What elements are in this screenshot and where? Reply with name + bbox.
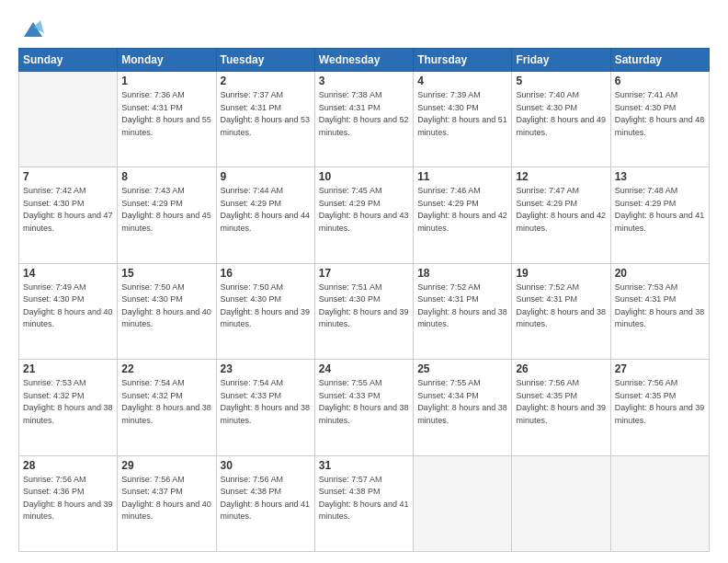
day-info: Sunrise: 7:56 AMSunset: 4:38 PMDaylight:… (221, 474, 311, 523)
calendar-cell: 28Sunrise: 7:56 AMSunset: 4:36 PMDayligh… (19, 455, 118, 551)
calendar-cell: 30Sunrise: 7:56 AMSunset: 4:38 PMDayligh… (216, 455, 314, 551)
day-info: Sunrise: 7:42 AMSunset: 4:30 PMDaylight:… (23, 185, 113, 235)
day-number: 1 (121, 75, 211, 87)
calendar-cell: 10Sunrise: 7:45 AMSunset: 4:29 PMDayligh… (314, 167, 413, 263)
day-info: Sunrise: 7:56 AMSunset: 4:37 PMDaylight:… (121, 474, 211, 523)
day-number: 19 (516, 267, 606, 280)
day-info: Sunrise: 7:54 AMSunset: 4:33 PMDaylight:… (221, 377, 311, 427)
col-header-tuesday: Tuesday (216, 49, 314, 72)
day-info: Sunrise: 7:55 AMSunset: 4:34 PMDaylight:… (417, 377, 507, 427)
calendar-cell: 15Sunrise: 7:50 AMSunset: 4:30 PMDayligh… (118, 263, 216, 359)
col-header-saturday: Saturday (610, 49, 709, 72)
day-info: Sunrise: 7:38 AMSunset: 4:31 PMDaylight:… (319, 89, 409, 139)
calendar-table: SundayMondayTuesdayWednesdayThursdayFrid… (18, 48, 710, 552)
calendar-cell: 4Sunrise: 7:39 AMSunset: 4:30 PMDaylight… (414, 72, 512, 167)
calendar-cell: 22Sunrise: 7:54 AMSunset: 4:32 PMDayligh… (118, 360, 216, 455)
day-number: 21 (23, 362, 113, 375)
day-number: 24 (319, 362, 409, 375)
day-number: 14 (23, 267, 113, 280)
day-number: 31 (319, 459, 409, 472)
day-info: Sunrise: 7:36 AMSunset: 4:31 PMDaylight:… (121, 89, 211, 139)
day-info: Sunrise: 7:56 AMSunset: 4:36 PMDaylight:… (23, 474, 113, 523)
page: SundayMondayTuesdayWednesdayThursdayFrid… (0, 0, 728, 563)
calendar-cell: 29Sunrise: 7:56 AMSunset: 4:37 PMDayligh… (118, 455, 216, 551)
calendar-cell: 1Sunrise: 7:36 AMSunset: 4:31 PMDaylight… (118, 72, 216, 167)
day-info: Sunrise: 7:45 AMSunset: 4:29 PMDaylight:… (319, 185, 409, 235)
day-number: 10 (319, 170, 409, 183)
day-info: Sunrise: 7:54 AMSunset: 4:32 PMDaylight:… (121, 377, 211, 427)
logo-icon (20, 15, 46, 40)
calendar-cell: 31Sunrise: 7:57 AMSunset: 4:38 PMDayligh… (314, 455, 413, 551)
col-header-sunday: Sunday (19, 49, 118, 72)
calendar-cell: 25Sunrise: 7:55 AMSunset: 4:34 PMDayligh… (414, 360, 512, 455)
day-info: Sunrise: 7:40 AMSunset: 4:30 PMDaylight:… (516, 89, 606, 139)
day-info: Sunrise: 7:50 AMSunset: 4:30 PMDaylight:… (121, 282, 211, 331)
week-row-0: 1Sunrise: 7:36 AMSunset: 4:31 PMDaylight… (19, 72, 710, 167)
calendar-cell: 11Sunrise: 7:46 AMSunset: 4:29 PMDayligh… (414, 167, 512, 263)
day-number: 6 (615, 75, 705, 87)
calendar-cell: 19Sunrise: 7:52 AMSunset: 4:31 PMDayligh… (512, 263, 610, 359)
day-info: Sunrise: 7:53 AMSunset: 4:31 PMDaylight:… (615, 282, 705, 331)
day-number: 16 (221, 267, 311, 280)
day-number: 17 (319, 267, 409, 280)
calendar-cell: 8Sunrise: 7:43 AMSunset: 4:29 PMDaylight… (118, 167, 216, 263)
calendar-cell (414, 455, 512, 551)
col-header-friday: Friday (512, 49, 610, 72)
day-number: 22 (121, 362, 211, 375)
calendar-cell (19, 72, 118, 167)
day-info: Sunrise: 7:49 AMSunset: 4:30 PMDaylight:… (23, 282, 113, 331)
calendar-cell: 20Sunrise: 7:53 AMSunset: 4:31 PMDayligh… (610, 263, 709, 359)
calendar-cell (512, 455, 610, 551)
day-number: 26 (516, 362, 606, 375)
day-number: 27 (615, 362, 705, 375)
day-number: 3 (319, 75, 409, 87)
calendar-cell: 18Sunrise: 7:52 AMSunset: 4:31 PMDayligh… (414, 263, 512, 359)
day-number: 5 (516, 75, 606, 87)
day-info: Sunrise: 7:41 AMSunset: 4:30 PMDaylight:… (615, 89, 705, 139)
day-number: 15 (121, 267, 211, 280)
header (18, 15, 710, 40)
col-header-wednesday: Wednesday (314, 49, 413, 72)
calendar-cell: 27Sunrise: 7:56 AMSunset: 4:35 PMDayligh… (610, 360, 709, 455)
day-info: Sunrise: 7:56 AMSunset: 4:35 PMDaylight:… (516, 377, 606, 427)
col-header-thursday: Thursday (414, 49, 512, 72)
day-info: Sunrise: 7:53 AMSunset: 4:32 PMDaylight:… (23, 377, 113, 427)
day-number: 28 (23, 459, 113, 472)
day-number: 18 (417, 267, 507, 280)
day-number: 2 (221, 75, 311, 87)
calendar-cell: 3Sunrise: 7:38 AMSunset: 4:31 PMDaylight… (314, 72, 413, 167)
day-number: 13 (615, 170, 705, 183)
day-info: Sunrise: 7:56 AMSunset: 4:35 PMDaylight:… (615, 377, 705, 427)
calendar-cell: 16Sunrise: 7:50 AMSunset: 4:30 PMDayligh… (216, 263, 314, 359)
day-info: Sunrise: 7:47 AMSunset: 4:29 PMDaylight:… (516, 185, 606, 235)
day-number: 25 (417, 362, 507, 375)
day-number: 12 (516, 170, 606, 183)
day-info: Sunrise: 7:37 AMSunset: 4:31 PMDaylight:… (221, 89, 311, 139)
day-number: 9 (221, 170, 311, 183)
calendar-cell: 7Sunrise: 7:42 AMSunset: 4:30 PMDaylight… (19, 167, 118, 263)
week-row-1: 7Sunrise: 7:42 AMSunset: 4:30 PMDaylight… (19, 167, 710, 263)
calendar-cell (610, 455, 709, 551)
calendar-cell: 21Sunrise: 7:53 AMSunset: 4:32 PMDayligh… (19, 360, 118, 455)
calendar-cell: 13Sunrise: 7:48 AMSunset: 4:29 PMDayligh… (610, 167, 709, 263)
day-number: 7 (23, 170, 113, 183)
col-header-monday: Monday (118, 49, 216, 72)
day-number: 29 (121, 459, 211, 472)
header-row: SundayMondayTuesdayWednesdayThursdayFrid… (19, 49, 710, 72)
day-number: 8 (121, 170, 211, 183)
calendar-cell: 17Sunrise: 7:51 AMSunset: 4:30 PMDayligh… (314, 263, 413, 359)
day-info: Sunrise: 7:52 AMSunset: 4:31 PMDaylight:… (417, 282, 507, 331)
day-info: Sunrise: 7:48 AMSunset: 4:29 PMDaylight:… (615, 185, 705, 235)
calendar-cell: 6Sunrise: 7:41 AMSunset: 4:30 PMDaylight… (610, 72, 709, 167)
day-info: Sunrise: 7:55 AMSunset: 4:33 PMDaylight:… (319, 377, 409, 427)
day-info: Sunrise: 7:57 AMSunset: 4:38 PMDaylight:… (319, 474, 409, 523)
day-number: 4 (417, 75, 507, 87)
calendar-cell: 5Sunrise: 7:40 AMSunset: 4:30 PMDaylight… (512, 72, 610, 167)
day-info: Sunrise: 7:46 AMSunset: 4:29 PMDaylight:… (417, 185, 507, 235)
day-info: Sunrise: 7:39 AMSunset: 4:30 PMDaylight:… (417, 89, 507, 139)
calendar-cell: 2Sunrise: 7:37 AMSunset: 4:31 PMDaylight… (216, 72, 314, 167)
calendar-cell: 26Sunrise: 7:56 AMSunset: 4:35 PMDayligh… (512, 360, 610, 455)
day-info: Sunrise: 7:52 AMSunset: 4:31 PMDaylight:… (516, 282, 606, 331)
day-number: 23 (221, 362, 311, 375)
calendar-cell: 12Sunrise: 7:47 AMSunset: 4:29 PMDayligh… (512, 167, 610, 263)
